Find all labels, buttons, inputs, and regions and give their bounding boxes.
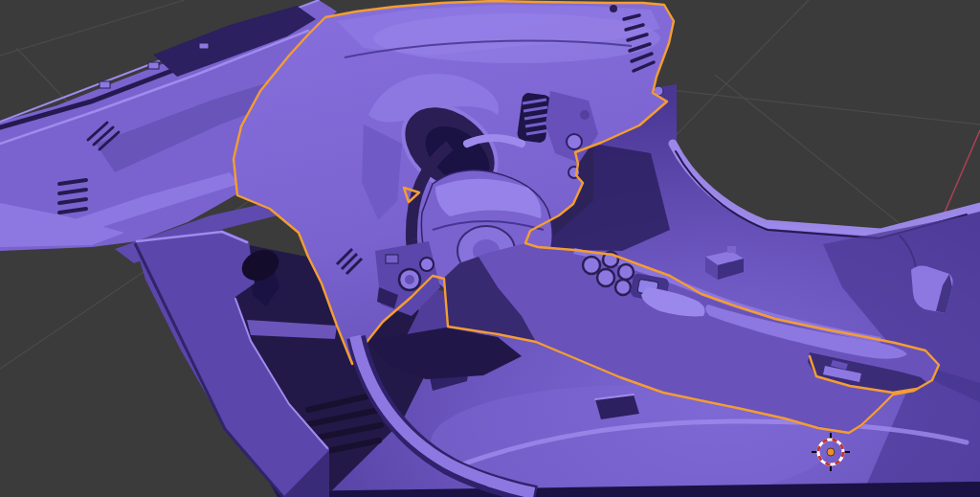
cowl-clip bbox=[148, 62, 159, 69]
viewport-canvas[interactable] bbox=[0, 0, 980, 497]
cursor-center-dot bbox=[827, 448, 835, 456]
tweeter-grille bbox=[610, 5, 617, 12]
cowl-clip bbox=[100, 81, 110, 88]
dash-top-sheen bbox=[373, 13, 660, 63]
viewport[interactable] bbox=[0, 0, 980, 497]
dash-button bbox=[580, 110, 590, 120]
cowl-clip bbox=[199, 43, 209, 49]
dash-knob bbox=[567, 134, 582, 149]
